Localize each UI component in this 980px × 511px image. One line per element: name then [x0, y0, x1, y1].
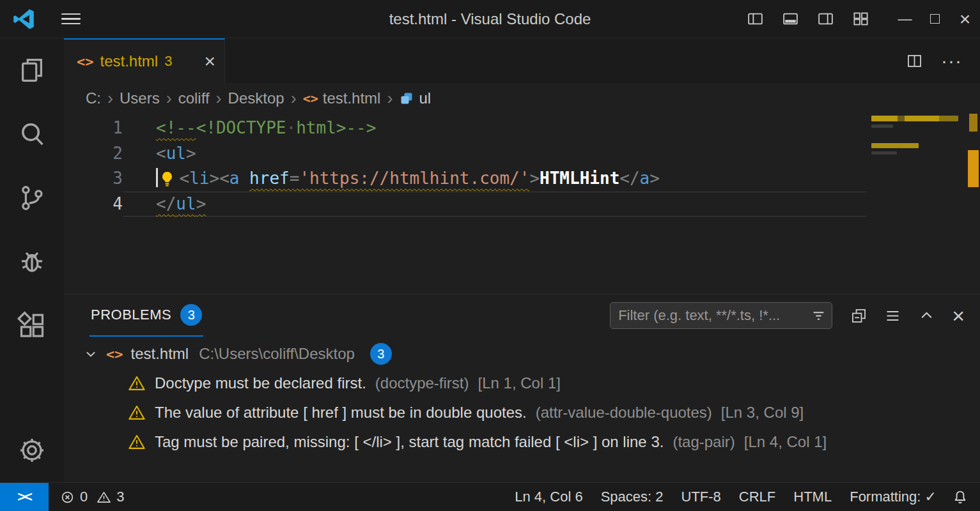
code-editor[interactable]: 1<!--<!DOCTYPE·html>-->2<ul>3<li><a href…	[64, 114, 980, 294]
problems-file-group[interactable]: <> test.html C:\Users\coliff\Desktop 3	[64, 339, 980, 369]
minimap[interactable]	[870, 114, 963, 294]
problems-count-badge: 3	[180, 304, 202, 326]
problem-source: (attr-value-double-quotes)	[536, 404, 712, 422]
status-item-utf-8[interactable]: UTF-8	[673, 489, 730, 505]
maximize-icon	[930, 14, 940, 24]
menu-icon[interactable]	[61, 13, 81, 25]
breadcrumb-label: coliff	[178, 89, 210, 107]
code-token: <!DOCTYPE	[196, 118, 286, 137]
problems-filter-input[interactable]	[610, 302, 832, 329]
status-problems[interactable]: 0 3	[49, 489, 140, 505]
notifications-bell-icon[interactable]	[945, 489, 980, 505]
lightbulb-icon[interactable]	[158, 166, 180, 192]
line-number: 2	[64, 141, 123, 167]
problem-row-1[interactable]: Doctype must be declared first.(doctype-…	[64, 369, 980, 398]
minimize-button[interactable]: —	[890, 0, 920, 38]
problem-source: (doctype-first)	[375, 374, 469, 392]
status-item-html[interactable]: HTML	[784, 489, 841, 505]
code-token: >	[209, 169, 219, 188]
code-token: <	[180, 169, 190, 188]
code-token: HTMLHint	[540, 169, 619, 188]
problem-source: (tag-pair)	[673, 433, 735, 451]
toggle-panel-icon[interactable]	[782, 10, 799, 27]
status-bar: >< 0 3 Ln 4, Col 6Spaces: 2UTF-8CRLFHTML…	[0, 482, 980, 511]
more-actions-icon[interactable]: ···	[941, 50, 962, 72]
vscode-logo-icon[interactable]	[12, 7, 36, 31]
breadcrumb-separator-icon: ›	[216, 90, 222, 107]
code-line-3[interactable]: 3<li><a href='https://htmlhint.com/'>HTM…	[64, 166, 866, 192]
tab-label: test.html	[100, 52, 159, 70]
settings-gear-icon[interactable]	[0, 418, 64, 482]
filter-icon[interactable]	[811, 308, 827, 324]
problem-message: The value of attribute [ href ] must be …	[155, 404, 527, 422]
activity-source-control-icon[interactable]	[0, 166, 64, 230]
code-token: >	[529, 169, 540, 188]
split-editor-icon[interactable]	[906, 52, 923, 70]
breadcrumb-item-c[interactable]: C:	[86, 89, 101, 107]
breadcrumb-label: test.html	[323, 89, 381, 107]
breadcrumb-item-desktop[interactable]: Desktop	[228, 89, 284, 107]
code-token: a	[229, 169, 240, 188]
activity-search-icon[interactable]	[0, 102, 64, 166]
code-token: >	[196, 194, 206, 213]
chevron-down-icon	[83, 346, 98, 362]
code-line-4[interactable]: 4</ul>	[64, 192, 866, 217]
status-right: Ln 4, Col 6Spaces: 2UTF-8CRLFHTMLFormatt…	[506, 489, 945, 505]
warning-count: 3	[116, 489, 124, 505]
code-token	[239, 169, 249, 188]
tab-problems[interactable]: PROBLEMS 3	[89, 294, 203, 337]
problem-row-2[interactable]: The value of attribute [ href ] must be …	[64, 398, 980, 427]
line-content: <li><a href='https://htmlhint.com/'>HTML…	[123, 166, 866, 192]
panel-actions: ×	[850, 305, 965, 326]
status-item-crlf[interactable]: CRLF	[730, 489, 784, 505]
problems-tab-label: PROBLEMS	[91, 307, 171, 323]
code-lines: 1<!--<!DOCTYPE·html>-->2<ul>3<li><a href…	[64, 114, 866, 217]
breadcrumb-separator-icon: ›	[387, 90, 393, 107]
code-line-2[interactable]: 2<ul>	[64, 141, 866, 167]
ruler-warning-mark	[969, 114, 977, 132]
line-number: 1	[64, 116, 123, 141]
panel-header: PROBLEMS 3	[64, 294, 980, 337]
customize-layout-icon[interactable]	[852, 10, 869, 27]
problem-row-3[interactable]: Tag must be paired, missing: [ </li> ], …	[64, 427, 980, 457]
toggle-secondary-sidebar-icon[interactable]	[817, 10, 834, 27]
activity-extensions-icon[interactable]	[0, 294, 64, 358]
collapse-all-icon[interactable]	[850, 307, 867, 324]
activity-run-debug-icon[interactable]	[0, 230, 64, 294]
tab-bar: <> test.html 3 × ···	[64, 38, 980, 83]
code-token: >	[649, 169, 660, 188]
close-button[interactable]: ×	[950, 0, 980, 38]
toggle-primary-sidebar-icon[interactable]	[747, 10, 764, 27]
breadcrumb-item-testhtml[interactable]: <>test.html	[303, 89, 381, 107]
status-item-formatting[interactable]: Formatting: ✓	[841, 489, 945, 505]
status-item-ln[interactable]: Ln 4, Col 6	[506, 489, 591, 505]
warning-icon	[128, 404, 146, 422]
titlebar: test.html - Visual Studio Code —	[0, 0, 980, 38]
html-file-icon: <>	[303, 91, 318, 106]
maximize-panel-icon[interactable]	[918, 307, 935, 324]
code-token: <!--	[156, 118, 196, 137]
overview-ruler[interactable]	[963, 114, 980, 294]
tab-test-html[interactable]: <> test.html 3 ×	[64, 38, 225, 83]
code-token: =	[290, 169, 300, 188]
problems-body: <> test.html C:\Users\coliff\Desktop 3 D…	[64, 337, 980, 482]
problem-location: [Ln 4, Col 1]	[744, 433, 827, 451]
window-title: test.html - Visual Studio Code	[389, 10, 591, 28]
problem-message: Doctype must be declared first.	[155, 374, 366, 392]
activity-explorer-icon[interactable]	[0, 38, 64, 102]
breadcrumb-item-ul[interactable]: ul	[399, 89, 431, 107]
close-panel-icon[interactable]: ×	[952, 305, 965, 326]
remote-indicator[interactable]: ><	[0, 483, 49, 511]
code-token: ·	[286, 118, 297, 137]
code-token: html>-->	[296, 118, 376, 137]
code-line-1[interactable]: 1<!--<!DOCTYPE·html>-->	[64, 116, 866, 141]
breadcrumb-item-coliff[interactable]: coliff	[178, 89, 210, 107]
line-number: 3	[64, 166, 123, 192]
code-token: </	[619, 169, 639, 188]
view-as-table-icon[interactable]	[884, 307, 901, 324]
breadcrumb-separator-icon: ›	[166, 90, 172, 107]
status-item-spaces[interactable]: Spaces: 2	[592, 489, 673, 505]
tab-close-icon[interactable]: ×	[204, 52, 215, 71]
maximize-button[interactable]	[920, 0, 950, 38]
breadcrumb-item-users[interactable]: Users	[120, 89, 160, 107]
